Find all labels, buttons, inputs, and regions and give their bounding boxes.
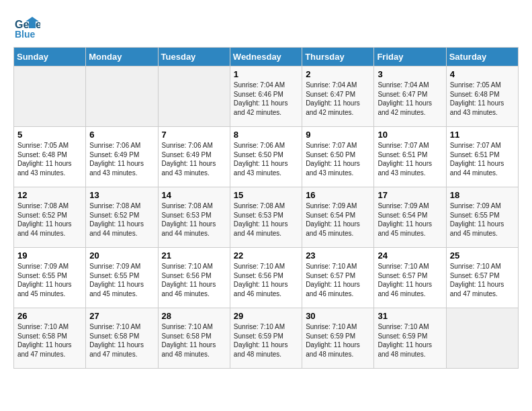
calendar-cell — [446, 308, 518, 369]
day-number: 31 — [378, 311, 442, 321]
day-info: Sunrise: 7:04 AMSunset: 6:46 PMDaylight:… — [234, 81, 298, 117]
logo: General Blue — [13, 13, 43, 40]
day-number: 1 — [234, 69, 298, 79]
day-number: 27 — [89, 311, 154, 321]
day-info: Sunrise: 7:09 AMSunset: 6:55 PMDaylight:… — [17, 262, 82, 298]
calendar-week-5: 26Sunrise: 7:10 AMSunset: 6:58 PMDayligh… — [14, 308, 519, 369]
day-info: Sunrise: 7:10 AMSunset: 6:58 PMDaylight:… — [17, 322, 82, 359]
calendar-cell: 21Sunrise: 7:10 AMSunset: 6:56 PMDayligh… — [158, 248, 230, 308]
day-number: 12 — [17, 190, 82, 200]
day-info: Sunrise: 7:10 AMSunset: 6:56 PMDaylight:… — [234, 262, 298, 298]
weekday-header-wednesday: Wednesday — [230, 48, 302, 66]
day-number: 7 — [162, 130, 226, 140]
calendar-cell: 31Sunrise: 7:10 AMSunset: 6:59 PMDayligh… — [374, 308, 446, 369]
day-number: 8 — [234, 130, 298, 140]
day-info: Sunrise: 7:07 AMSunset: 6:51 PMDaylight:… — [378, 141, 442, 177]
day-number: 22 — [234, 250, 298, 261]
weekday-header-saturday: Saturday — [446, 48, 518, 66]
calendar-week-3: 12Sunrise: 7:08 AMSunset: 6:52 PMDayligh… — [14, 187, 519, 248]
calendar-cell: 17Sunrise: 7:09 AMSunset: 6:54 PMDayligh… — [374, 187, 446, 248]
day-number: 9 — [306, 130, 370, 140]
day-info: Sunrise: 7:10 AMSunset: 6:57 PMDaylight:… — [450, 262, 515, 298]
weekday-header-sunday: Sunday — [14, 48, 86, 66]
calendar-cell: 10Sunrise: 7:07 AMSunset: 6:51 PMDayligh… — [374, 127, 446, 187]
day-number: 13 — [89, 190, 154, 200]
calendar-cell: 20Sunrise: 7:09 AMSunset: 6:55 PMDayligh… — [86, 248, 158, 308]
day-info: Sunrise: 7:10 AMSunset: 6:58 PMDaylight:… — [162, 322, 226, 359]
day-info: Sunrise: 7:05 AMSunset: 6:48 PMDaylight:… — [17, 141, 82, 177]
calendar-cell: 27Sunrise: 7:10 AMSunset: 6:58 PMDayligh… — [86, 308, 158, 369]
day-info: Sunrise: 7:04 AMSunset: 6:47 PMDaylight:… — [378, 81, 442, 117]
day-info: Sunrise: 7:09 AMSunset: 6:55 PMDaylight:… — [89, 262, 154, 298]
calendar-cell: 9Sunrise: 7:07 AMSunset: 6:50 PMDaylight… — [302, 127, 374, 187]
calendar-cell: 16Sunrise: 7:09 AMSunset: 6:54 PMDayligh… — [302, 187, 374, 248]
weekday-header-tuesday: Tuesday — [158, 48, 230, 66]
weekday-header-monday: Monday — [86, 48, 158, 66]
day-info: Sunrise: 7:06 AMSunset: 6:49 PMDaylight:… — [89, 141, 154, 177]
day-number: 11 — [450, 130, 515, 140]
day-info: Sunrise: 7:10 AMSunset: 6:59 PMDaylight:… — [234, 322, 298, 359]
calendar-cell: 14Sunrise: 7:08 AMSunset: 6:53 PMDayligh… — [158, 187, 230, 248]
day-info: Sunrise: 7:10 AMSunset: 6:57 PMDaylight:… — [378, 262, 442, 298]
day-number: 30 — [306, 311, 370, 321]
day-info: Sunrise: 7:10 AMSunset: 6:58 PMDaylight:… — [89, 322, 154, 359]
calendar-cell — [86, 66, 158, 127]
day-number: 14 — [162, 190, 226, 200]
calendar-cell: 19Sunrise: 7:09 AMSunset: 6:55 PMDayligh… — [14, 248, 86, 308]
day-number: 5 — [17, 130, 82, 140]
calendar-cell: 5Sunrise: 7:05 AMSunset: 6:48 PMDaylight… — [14, 127, 86, 187]
calendar-cell: 30Sunrise: 7:10 AMSunset: 6:59 PMDayligh… — [302, 308, 374, 369]
weekday-header-row: SundayMondayTuesdayWednesdayThursdayFrid… — [14, 48, 519, 66]
day-info: Sunrise: 7:10 AMSunset: 6:57 PMDaylight:… — [306, 262, 370, 298]
calendar-cell: 22Sunrise: 7:10 AMSunset: 6:56 PMDayligh… — [230, 248, 302, 308]
calendar-cell: 28Sunrise: 7:10 AMSunset: 6:58 PMDayligh… — [158, 308, 230, 369]
day-number: 19 — [17, 250, 82, 261]
day-info: Sunrise: 7:08 AMSunset: 6:52 PMDaylight:… — [17, 201, 82, 238]
calendar-cell — [14, 66, 86, 127]
calendar-week-2: 5Sunrise: 7:05 AMSunset: 6:48 PMDaylight… — [14, 127, 519, 187]
calendar-cell: 25Sunrise: 7:10 AMSunset: 6:57 PMDayligh… — [446, 248, 518, 308]
day-info: Sunrise: 7:09 AMSunset: 6:54 PMDaylight:… — [378, 201, 442, 238]
weekday-header-thursday: Thursday — [302, 48, 374, 66]
day-number: 23 — [306, 250, 370, 261]
calendar-cell — [158, 66, 230, 127]
day-info: Sunrise: 7:05 AMSunset: 6:48 PMDaylight:… — [450, 81, 515, 117]
calendar-cell: 1Sunrise: 7:04 AMSunset: 6:46 PMDaylight… — [230, 66, 302, 127]
day-number: 15 — [234, 190, 298, 200]
day-info: Sunrise: 7:09 AMSunset: 6:55 PMDaylight:… — [450, 201, 515, 238]
day-number: 6 — [89, 130, 154, 140]
day-number: 2 — [306, 69, 370, 79]
day-number: 24 — [378, 250, 442, 261]
calendar-cell: 11Sunrise: 7:07 AMSunset: 6:51 PMDayligh… — [446, 127, 518, 187]
calendar-cell: 23Sunrise: 7:10 AMSunset: 6:57 PMDayligh… — [302, 248, 374, 308]
day-info: Sunrise: 7:08 AMSunset: 6:52 PMDaylight:… — [89, 201, 154, 238]
calendar-cell: 6Sunrise: 7:06 AMSunset: 6:49 PMDaylight… — [86, 127, 158, 187]
calendar-cell: 18Sunrise: 7:09 AMSunset: 6:55 PMDayligh… — [446, 187, 518, 248]
calendar-week-4: 19Sunrise: 7:09 AMSunset: 6:55 PMDayligh… — [14, 248, 519, 308]
calendar-week-1: 1Sunrise: 7:04 AMSunset: 6:46 PMDaylight… — [14, 66, 519, 127]
day-info: Sunrise: 7:10 AMSunset: 6:59 PMDaylight:… — [378, 322, 442, 359]
day-number: 20 — [89, 250, 154, 261]
day-number: 3 — [378, 69, 442, 79]
day-info: Sunrise: 7:10 AMSunset: 6:56 PMDaylight:… — [162, 262, 226, 298]
day-number: 16 — [306, 190, 370, 200]
day-info: Sunrise: 7:04 AMSunset: 6:47 PMDaylight:… — [306, 81, 370, 117]
calendar-cell: 13Sunrise: 7:08 AMSunset: 6:52 PMDayligh… — [86, 187, 158, 248]
calendar-cell: 15Sunrise: 7:08 AMSunset: 6:53 PMDayligh… — [230, 187, 302, 248]
day-info: Sunrise: 7:06 AMSunset: 6:49 PMDaylight:… — [162, 141, 226, 177]
day-number: 4 — [450, 69, 515, 79]
weekday-header-friday: Friday — [374, 48, 446, 66]
day-info: Sunrise: 7:10 AMSunset: 6:59 PMDaylight:… — [306, 322, 370, 359]
calendar-cell: 3Sunrise: 7:04 AMSunset: 6:47 PMDaylight… — [374, 66, 446, 127]
calendar-cell: 12Sunrise: 7:08 AMSunset: 6:52 PMDayligh… — [14, 187, 86, 248]
calendar-cell: 4Sunrise: 7:05 AMSunset: 6:48 PMDaylight… — [446, 66, 518, 127]
page-header: General Blue — [13, 13, 519, 40]
day-info: Sunrise: 7:09 AMSunset: 6:54 PMDaylight:… — [306, 201, 370, 238]
day-info: Sunrise: 7:06 AMSunset: 6:50 PMDaylight:… — [234, 141, 298, 177]
day-info: Sunrise: 7:08 AMSunset: 6:53 PMDaylight:… — [234, 201, 298, 238]
calendar-cell: 24Sunrise: 7:10 AMSunset: 6:57 PMDayligh… — [374, 248, 446, 308]
day-number: 18 — [450, 190, 515, 200]
calendar-cell: 26Sunrise: 7:10 AMSunset: 6:58 PMDayligh… — [14, 308, 86, 369]
day-number: 21 — [162, 250, 226, 261]
day-number: 17 — [378, 190, 442, 200]
